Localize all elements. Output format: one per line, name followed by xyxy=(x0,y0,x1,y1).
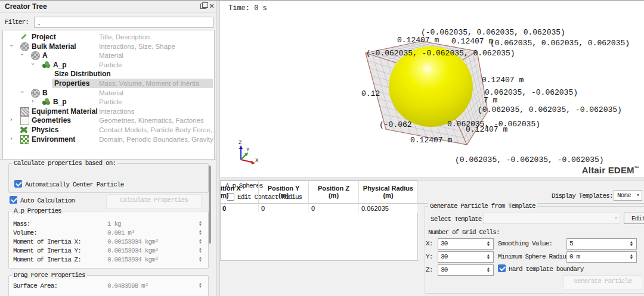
close-icon[interactable]: × xyxy=(209,1,214,11)
sphere-icon xyxy=(31,51,40,60)
calculate-properties-button[interactable]: Calculate Properties xyxy=(106,194,202,208)
calc-basis-group xyxy=(8,163,209,193)
tree-item-label: Size Distribution xyxy=(54,70,111,78)
creator-tree-panel: Creator Tree × Filter: ▾ ProjectTitle, D… xyxy=(0,1,216,296)
tree-item-label: Physics xyxy=(32,126,58,134)
stepper-control[interactable]: ▲▼ xyxy=(197,229,204,235)
table-cell[interactable]: 0 xyxy=(259,204,309,213)
viewport-3d[interactable]: ZYX Time: 0 s (-0.062035, 0.062035, 0.06… xyxy=(220,1,644,177)
tree-item-a-p[interactable]: ›A_pParticle xyxy=(3,60,214,70)
tree-item-project[interactable]: ProjectTitle, Description xyxy=(3,32,214,42)
auto-calculation-checkbox[interactable] xyxy=(10,196,17,204)
column-header-3[interactable]: Physical Radius(m) xyxy=(359,180,418,203)
scrollbar-thumb[interactable] xyxy=(209,166,211,244)
stepper-control[interactable]: ▲▼ xyxy=(197,247,204,253)
generate-particle-button[interactable]: Generate Particle xyxy=(564,275,642,289)
select-template-select[interactable]: ▾ xyxy=(483,213,620,224)
tree-item-label: Environment xyxy=(32,135,75,144)
property-label: Volume: xyxy=(13,229,37,236)
center-particle-checkbox[interactable] xyxy=(14,180,22,188)
geometry-icon xyxy=(20,116,29,125)
smoothing-value-spinbox[interactable]: 5▲▼ xyxy=(566,238,637,250)
column-header-2[interactable]: Position Z(m) xyxy=(309,180,359,203)
spin-stepper[interactable]: ▲▼ xyxy=(628,254,635,260)
spin-label: Y: xyxy=(426,253,432,260)
spin-stepper[interactable]: ▲▼ xyxy=(485,241,492,247)
grid-cells-z-spinbox[interactable]: 30▲▼ xyxy=(438,264,494,276)
auto-calculation-label: Auto Calculation xyxy=(20,197,75,204)
ap-properties-title: A_p Properties xyxy=(12,207,63,214)
stepper-control[interactable]: ▲▼ xyxy=(197,256,204,262)
select-template-label: Select Template: xyxy=(431,216,485,223)
expand-collapse-chevron[interactable]: › xyxy=(19,54,26,56)
tree-item-properties[interactable]: PropertiesMass, Volume, Moment of Inerti… xyxy=(3,79,214,88)
spin-label: X: xyxy=(426,240,432,247)
expand-expand-chevron[interactable]: › xyxy=(32,98,34,104)
property-label: Moment of Inertia X: xyxy=(13,238,81,245)
filter-input[interactable]: ▾ xyxy=(34,17,213,28)
expand-expand-chevron[interactable]: › xyxy=(10,116,13,123)
tree-item-bulk-material[interactable]: ›Bulk MaterialInteractions, Size, Shape xyxy=(3,42,214,51)
spin-stepper[interactable]: ▲▼ xyxy=(628,241,635,247)
coordinate-label: 0.062035, -0.062035) xyxy=(485,88,578,97)
coordinate-label: (0.062035, -0.062035, -0.062035) xyxy=(455,155,604,164)
grid-cells-y-spinbox[interactable]: 30▲▼ xyxy=(438,251,494,263)
tree-item-label: A xyxy=(42,51,48,60)
chevron-down-icon: ▾ xyxy=(615,215,617,220)
tree-item-description: Particle xyxy=(99,61,122,68)
table-cell[interactable]: 0 xyxy=(220,204,259,213)
display-templates-select[interactable]: None ▾ xyxy=(614,190,642,201)
edit-template-button[interactable]: Edit... xyxy=(624,213,644,224)
spin-stepper[interactable]: ▲▼ xyxy=(485,254,492,260)
column-header-0[interactable]: ition Xm) xyxy=(220,180,259,203)
column-header-1[interactable]: Position Y(m) xyxy=(259,180,309,203)
creator-tree-titlebar[interactable]: Creator Tree × xyxy=(0,1,216,13)
property-label: Moment of Inertia Z: xyxy=(13,256,81,263)
equipment-icon xyxy=(20,107,29,116)
expand-collapse-chevron[interactable]: › xyxy=(8,44,15,46)
particle-icon xyxy=(42,61,49,68)
expand-collapse-chevron[interactable]: › xyxy=(19,91,26,93)
undock-icon[interactable] xyxy=(200,4,206,9)
tree-item-a[interactable]: ›AMaterial xyxy=(3,51,214,60)
filter-label: Filter: xyxy=(5,18,29,26)
grid-cells-label: Number of Grid Cells: xyxy=(428,229,500,236)
chevron-down-icon: ▾ xyxy=(637,192,639,198)
hard-boundary-checkbox[interactable] xyxy=(498,264,506,272)
spheres-panel: A_p Spheres Edit Contact Radius Display … xyxy=(220,180,644,296)
tree-item-description: Geometries, Kinematics, Factories xyxy=(99,117,204,124)
tree-item-label: Bulk Material xyxy=(32,42,76,51)
spheres-table[interactable]: ition Xm)Position Y(m)Position Z(m)Physi… xyxy=(220,180,418,261)
tree-item-b-p[interactable]: ›B_pParticle xyxy=(3,97,214,107)
property-value: 0.00153934 kgm² xyxy=(107,247,159,254)
spin-value: 30 xyxy=(441,253,447,260)
grid-cells-x-spinbox[interactable]: 30▲▼ xyxy=(438,238,494,250)
table-cell[interactable]: 0.062035 xyxy=(359,204,418,213)
tree-item-geometries[interactable]: ›GeometriesGeometries, Kinematics, Facto… xyxy=(3,116,214,125)
property-value: 1 kg xyxy=(107,220,121,228)
tree-item-b[interactable]: ›BMaterial xyxy=(3,88,214,98)
tree-item-description: Interactions xyxy=(99,108,134,115)
expand-expand-chevron[interactable]: › xyxy=(10,135,13,142)
filter-dropdown-caret[interactable]: ▾ xyxy=(38,22,40,26)
stepper-control[interactable]: ▲▼ xyxy=(197,238,204,244)
spin-value: 5 xyxy=(569,240,573,247)
axis-label-z: Z xyxy=(239,140,242,146)
tree-item-label: Equipment Material xyxy=(32,107,98,116)
min-sphere-radius-spinbox[interactable]: 0 m▲▼ xyxy=(566,251,637,263)
tree-item-description: Particle xyxy=(99,98,122,105)
expand-collapse-chevron[interactable]: › xyxy=(30,63,36,65)
property-label: Moment of Inertia Y: xyxy=(13,247,81,254)
tree-item-description: Domain, Periodic Boundaries, Gravity xyxy=(99,136,213,143)
tree-item-description: Material xyxy=(99,89,123,96)
table-cell[interactable]: 0 xyxy=(309,204,359,213)
stepper-control[interactable]: ▲▼ xyxy=(197,220,204,226)
stepper-control[interactable]: ▲▼ xyxy=(197,282,204,288)
tree-item-equipment-material[interactable]: Equipment MaterialInteractions xyxy=(3,107,214,116)
spin-stepper[interactable]: ▲▼ xyxy=(485,267,492,273)
particle-icon xyxy=(42,98,49,105)
tree-item-environment[interactable]: ›EnvironmentDomain, Periodic Boundaries,… xyxy=(3,135,214,144)
coordinate-label: (-0.062035, 0.062035, 0.062035) xyxy=(421,28,565,37)
tree-item-physics[interactable]: PhysicsContact Models, Particle Body For… xyxy=(3,125,214,135)
tree-item-size-distribution[interactable]: Size Distribution xyxy=(3,69,214,79)
